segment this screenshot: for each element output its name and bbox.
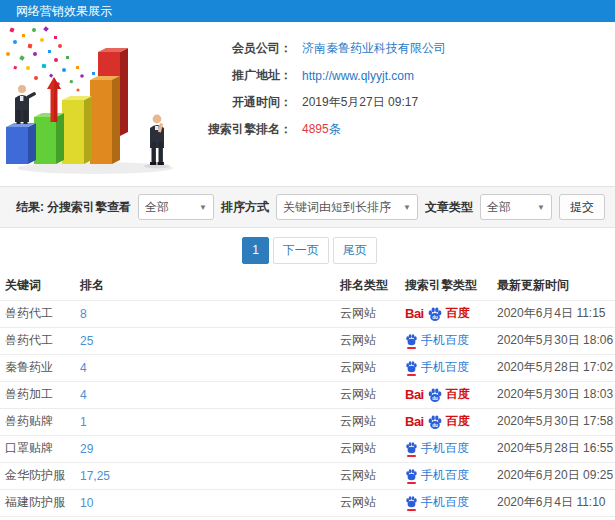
chevron-down-icon: ▼ (529, 203, 545, 212)
bar-chart-clipart-icon (0, 22, 182, 182)
baidu-paw-icon: du (427, 306, 443, 322)
baidu-mobile-text: 手机百度 (421, 494, 469, 511)
open-time-row: 开通时间： 2019年5月27日 09:17 (182, 89, 615, 116)
promo-url-row: 推广地址： http://www.qlyyjt.com (182, 62, 615, 89)
rank-type-cell: 云网站 (335, 462, 400, 489)
baidu-mobile-paw-icon (405, 441, 418, 457)
engine-rank-unit: 条 (329, 122, 341, 136)
table-row-1: 兽药代工 8 云网站 Bai du 百度 2020年6月4日 11:15 (0, 300, 615, 327)
updated-text: 2020年5月30日 17:58 (497, 414, 613, 428)
rank-type-text: 云网站 (340, 306, 376, 320)
header-rank: 排名 (75, 272, 335, 300)
keyword-text: 口罩贴牌 (5, 441, 53, 455)
engine-rank-count: 4895 (302, 122, 329, 136)
company-link[interactable]: 济南秦鲁药业科技有限公司 (302, 40, 446, 57)
rank-type-cell: 云网站 (335, 408, 400, 435)
svg-text:du: du (432, 422, 438, 427)
baidu-mobile-paw-icon (405, 495, 418, 511)
engine-filter-label: 分搜索引擎查看 (47, 199, 131, 216)
businessman-left-icon (15, 85, 36, 124)
keyword-cell: 兽药代工 (0, 327, 75, 354)
next-page-button[interactable]: 下一页 (273, 237, 329, 264)
last-page-button[interactable]: 尾页 (333, 237, 377, 264)
engine-cell: 手机百度 (400, 435, 492, 462)
rank-link[interactable]: 10 (80, 496, 93, 510)
submit-button[interactable]: 提交 (559, 194, 605, 220)
baidu-mobile-logo: 手机百度 (405, 332, 492, 349)
promo-url-label: 推广地址： (182, 67, 292, 84)
rank-type-text: 云网站 (340, 387, 376, 401)
header-rank-type: 排名类型 (335, 272, 400, 300)
keyword-text: 兽药加工 (5, 387, 53, 401)
svg-text:du: du (432, 395, 438, 400)
baidu-paw-icon (405, 441, 418, 454)
baidu-mobile-logo: 手机百度 (405, 440, 492, 457)
pagination: 1 下一页 尾页 (0, 228, 615, 272)
baidu-mobile-logo: 手机百度 (405, 494, 492, 511)
engine-cell: 手机百度 (400, 489, 492, 516)
baidu-pc-logo: Bai du 百度 (405, 305, 492, 322)
updated-text: 2020年5月30日 18:03 (497, 387, 613, 401)
rank-link[interactable]: 4 (80, 361, 87, 375)
page-1-button[interactable]: 1 (242, 237, 269, 264)
rank-link[interactable]: 25 (80, 334, 93, 348)
updated-cell: 2020年5月30日 17:58 (492, 408, 615, 435)
member-info: 会员公司： 济南秦鲁药业科技有限公司 推广地址： http://www.qlyy… (182, 22, 615, 186)
engine-cell: 手机百度 (400, 462, 492, 489)
article-type-value: 全部 (487, 199, 511, 216)
header-engine-type: 搜索引擎类型 (400, 272, 492, 300)
baidu-mobile-paw-icon (405, 333, 418, 349)
sort-select[interactable]: 关键词由短到长排序 ▼ (276, 194, 418, 220)
promo-url-link[interactable]: http://www.qlyyjt.com (302, 69, 414, 83)
keyword-text: 兽药代工 (5, 306, 53, 320)
engine-rank-row: 搜索引擎排名： 4895条 (182, 116, 615, 143)
updated-cell: 2020年5月28日 16:55 (492, 435, 615, 462)
engine-cell: 手机百度 (400, 327, 492, 354)
rank-link[interactable]: 29 (80, 442, 93, 456)
rank-link[interactable]: 1 (80, 415, 87, 429)
rank-type-cell: 云网站 (335, 300, 400, 327)
engine-filter-select[interactable]: 全部 ▼ (138, 194, 214, 220)
marketing-clipart-image (0, 22, 182, 182)
company-row: 会员公司： 济南秦鲁药业科技有限公司 (182, 35, 615, 62)
header-updated: 最新更新时间 (492, 272, 615, 300)
article-type-label: 文章类型 (425, 199, 473, 216)
rank-link[interactable]: 4 (80, 388, 87, 402)
baidu-mobile-text: 手机百度 (421, 359, 469, 376)
keyword-cell: 兽药贴牌 (0, 408, 75, 435)
baidu-cn-text: 百度 (446, 413, 470, 430)
baidu-mobile-text: 手机百度 (421, 440, 469, 457)
top-section: 会员公司： 济南秦鲁药业科技有限公司 推广地址： http://www.qlyy… (0, 22, 615, 186)
table-header-row: 关键词 排名 排名类型 搜索引擎类型 最新更新时间 (0, 272, 615, 300)
table-row-7: 金华防护服 17,25 云网站 手机百度 2020年6月20日 09:25 (0, 462, 615, 489)
rank-cell: 1 (75, 408, 335, 435)
updated-text: 2020年6月20日 09:25 (497, 468, 613, 482)
baidu-bai-text: Bai (405, 306, 424, 321)
rank-type-cell: 云网站 (335, 381, 400, 408)
rank-type-cell: 云网站 (335, 435, 400, 462)
baidu-paw-icon (405, 360, 418, 373)
keyword-text: 金华防护服 (5, 468, 65, 482)
rank-type-text: 云网站 (340, 495, 376, 509)
rank-type-text: 云网站 (340, 333, 376, 347)
rank-cell: 17,25 (75, 462, 335, 489)
rank-cell: 29 (75, 435, 335, 462)
businessman-right-icon (144, 115, 170, 169)
article-type-select[interactable]: 全部 ▼ (480, 194, 552, 220)
baidu-pc-logo: Bai du 百度 (405, 386, 492, 403)
baidu-mobile-logo: 手机百度 (405, 359, 492, 376)
baidu-mobile-paw-icon (405, 468, 418, 484)
engine-rank-value: 4895条 (302, 121, 341, 138)
table-row-6: 口罩贴牌 29 云网站 手机百度 2020年5月28日 16:55 (0, 435, 615, 462)
keyword-text: 兽药贴牌 (5, 414, 53, 428)
updated-text: 2020年6月4日 11:10 (497, 495, 606, 509)
rank-type-cell: 云网站 (335, 354, 400, 381)
baidu-paw-icon: du (427, 414, 443, 430)
updated-cell: 2020年6月4日 11:10 (492, 489, 615, 516)
baidu-mobile-text: 手机百度 (421, 332, 469, 349)
rank-link[interactable]: 17,25 (80, 469, 110, 483)
rank-type-cell: 云网站 (335, 489, 400, 516)
updated-cell: 2020年5月28日 17:02 (492, 354, 615, 381)
engine-cell: 手机百度 (400, 354, 492, 381)
rank-link[interactable]: 8 (80, 307, 87, 321)
